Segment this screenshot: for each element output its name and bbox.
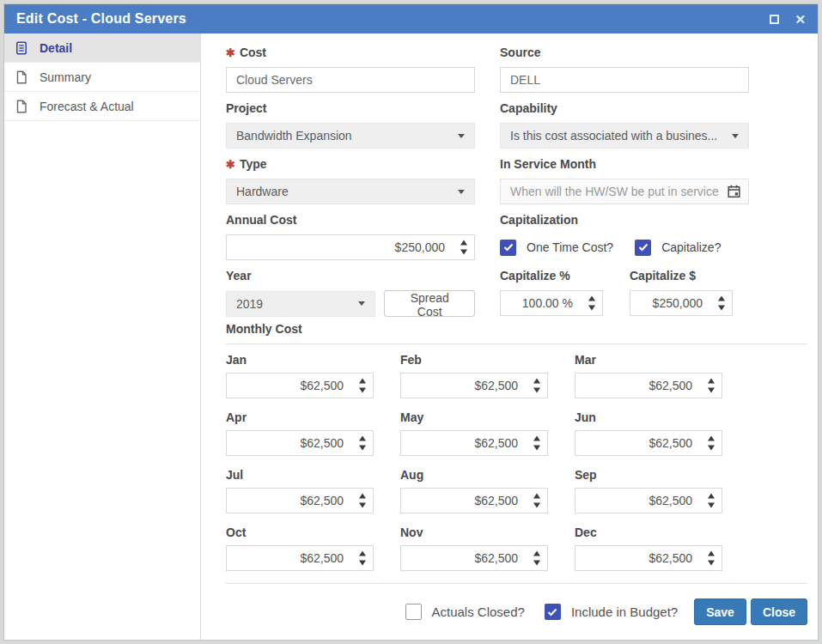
spin-up-button[interactable]	[533, 379, 540, 384]
window-controls: ✕	[770, 13, 806, 26]
spinner	[359, 551, 366, 566]
include-in-budget-label: Include in Budget?	[571, 605, 678, 619]
month-mar-input[interactable]	[575, 373, 722, 398]
month-label: Sep	[575, 468, 749, 482]
spin-down-button[interactable]	[708, 388, 715, 393]
sidebar-item-detail[interactable]: Detail	[4, 33, 200, 63]
chevron-down-icon	[458, 134, 465, 138]
close-button[interactable]: Close	[751, 598, 807, 625]
calendar-icon[interactable]	[727, 185, 741, 199]
required-asterisk: ✱	[226, 158, 235, 171]
spin-down-button[interactable]	[359, 388, 366, 393]
spin-down-button[interactable]	[533, 561, 540, 566]
spin-down-button[interactable]	[359, 561, 366, 566]
month-jul-input[interactable]	[226, 488, 374, 513]
spin-down-button[interactable]	[359, 503, 366, 508]
type-dropdown[interactable]: Hardware	[226, 179, 475, 204]
month-aug-input[interactable]	[400, 488, 548, 513]
month-oct-input[interactable]	[226, 545, 374, 571]
include-in-budget-checkbox[interactable]	[545, 604, 561, 620]
spin-down-button[interactable]	[533, 503, 540, 508]
month-nov-input[interactable]	[400, 545, 548, 571]
spinner	[533, 551, 540, 566]
spin-down-button[interactable]	[533, 446, 540, 451]
spin-down-button[interactable]	[533, 388, 540, 393]
spin-up-button[interactable]	[460, 240, 467, 246]
spin-up-button[interactable]	[718, 296, 725, 301]
spinner	[533, 436, 540, 451]
dialog-titlebar: Edit Cost - Cloud Servers ✕	[4, 4, 818, 33]
spin-down-button[interactable]	[708, 561, 715, 566]
check-icon	[638, 243, 648, 252]
monthly-cost-label: Monthly Cost	[226, 322, 807, 336]
spin-down-button[interactable]	[359, 446, 366, 451]
project-dropdown-value: Bandwidth Expansion	[236, 129, 451, 143]
month-apr-input[interactable]	[226, 430, 374, 456]
month-field-jun: Jun	[575, 410, 749, 456]
sidebar-item-summary[interactable]: Summary	[4, 63, 200, 92]
spin-up-button[interactable]	[708, 436, 715, 441]
spin-down-button[interactable]	[708, 503, 715, 508]
sidebar-item-label: Summary	[40, 70, 91, 84]
spin-up-button[interactable]	[359, 436, 366, 441]
spin-up-button[interactable]	[708, 494, 715, 499]
divider	[226, 343, 807, 344]
source-input[interactable]	[500, 67, 749, 93]
year-dropdown-value: 2019	[236, 297, 351, 311]
month-label: Feb	[400, 353, 575, 367]
in-service-month-input[interactable]	[500, 179, 749, 204]
spin-down-button[interactable]	[708, 446, 715, 451]
document-lines-icon	[15, 41, 28, 55]
capitalize-label: Capitalize?	[661, 240, 721, 254]
capitalize-checkbox[interactable]	[635, 240, 651, 256]
spin-up-button[interactable]	[359, 551, 366, 556]
maximize-icon[interactable]	[770, 15, 779, 24]
one-time-cost-checkbox[interactable]	[500, 240, 516, 256]
annual-cost-input[interactable]	[226, 234, 475, 260]
spin-up-button[interactable]	[708, 551, 715, 556]
month-jan-input[interactable]	[226, 373, 374, 398]
actuals-closed-checkbox[interactable]	[405, 604, 422, 620]
spin-down-button[interactable]	[460, 250, 467, 255]
month-field-jan: Jan	[226, 353, 400, 398]
month-label: May	[400, 410, 575, 424]
month-sep-input[interactable]	[575, 488, 722, 513]
spin-down-button[interactable]	[588, 306, 595, 311]
spin-up-button[interactable]	[708, 379, 715, 384]
spin-up-button[interactable]	[533, 436, 540, 441]
capitalize-dollar-input[interactable]	[630, 290, 733, 316]
cost-input[interactable]	[226, 67, 475, 93]
check-icon	[547, 608, 557, 617]
spinner	[359, 436, 366, 451]
required-asterisk: ✱	[226, 46, 235, 59]
capability-dropdown[interactable]: Is this cost associated with a busines..…	[500, 123, 749, 149]
spin-up-button[interactable]	[533, 494, 540, 499]
spin-up-button[interactable]	[533, 551, 540, 556]
month-dec-input[interactable]	[575, 545, 722, 571]
sidebar-item-forecast-actual[interactable]: Forecast & Actual	[4, 92, 200, 121]
spin-up-button[interactable]	[359, 379, 366, 384]
month-label: Nov	[400, 526, 575, 539]
spin-up-button[interactable]	[588, 296, 595, 301]
month-label: Mar	[575, 353, 749, 367]
month-jun-input[interactable]	[575, 430, 722, 456]
year-dropdown[interactable]: 2019	[226, 291, 375, 317]
close-icon[interactable]: ✕	[795, 13, 806, 26]
spin-down-button[interactable]	[718, 306, 725, 311]
chevron-down-icon	[732, 134, 739, 138]
spread-cost-button[interactable]: Spread Cost	[384, 290, 475, 317]
month-label: Jul	[226, 468, 400, 482]
month-may-input[interactable]	[400, 430, 548, 456]
spinner	[718, 296, 725, 311]
annual-cost-label: Annual Cost	[226, 213, 475, 227]
form-panel: ✱Cost Source Project Bandwidth Expansion	[201, 33, 818, 640]
project-dropdown[interactable]: Bandwidth Expansion	[226, 123, 475, 149]
save-button[interactable]: Save	[694, 598, 746, 625]
capitalize-pct-input[interactable]	[500, 290, 603, 316]
chevron-down-icon	[358, 301, 365, 306]
month-feb-input[interactable]	[400, 373, 548, 398]
chevron-down-icon	[458, 190, 465, 194]
spinner	[588, 296, 595, 311]
capitalize-pct-label: Capitalize %	[500, 269, 603, 283]
spin-up-button[interactable]	[359, 494, 366, 499]
